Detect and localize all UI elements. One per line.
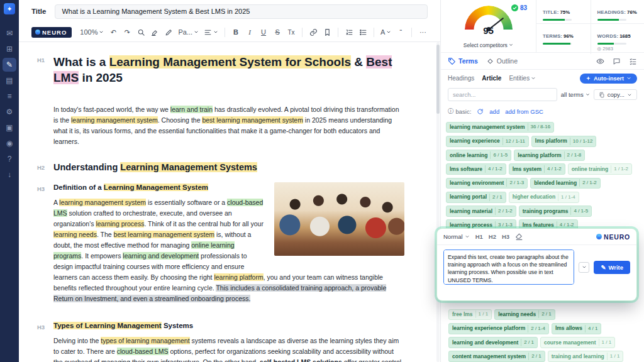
ordered-list-button[interactable] (343, 25, 355, 39)
terms-search-input[interactable] (448, 88, 557, 101)
download-icon[interactable]: ↓ (3, 168, 16, 182)
team-icon[interactable]: ◉ (3, 136, 16, 150)
refresh-icon[interactable] (477, 108, 484, 115)
editor-icon[interactable]: ✎ (3, 58, 16, 72)
content-score-gauge: 95 83 Select competitors (441, 0, 536, 52)
preview-eye-icon[interactable] (596, 57, 604, 65)
h2-format-button[interactable]: H2 (489, 233, 496, 240)
write-options-dropdown[interactable] (579, 262, 589, 273)
article-h3-definition[interactable]: Definition of a Learning Management Syst… (53, 184, 404, 191)
ai-prompt-textarea[interactable]: Expand this text, create two paragraphs … (443, 250, 574, 285)
term-chip[interactable]: learning environment2 / 1-3 (446, 178, 528, 189)
term-chip[interactable]: training programs4 / 1-5 (519, 206, 592, 217)
terms-filter-select[interactable]: all terms (561, 91, 590, 98)
copy-terms-button[interactable]: copy... (594, 89, 637, 100)
check-icon (511, 4, 518, 11)
term-chip[interactable]: blended learning2 / 1-2 (530, 178, 601, 189)
bold-button[interactable]: B (230, 25, 242, 39)
term-chip[interactable]: learning experience12 / 1-11 (446, 136, 529, 147)
article-h3-types[interactable]: Types of Learning Management Systems (53, 322, 404, 329)
strikethrough-button[interactable]: S (271, 25, 284, 39)
checklist-icon[interactable] (629, 57, 637, 65)
bullet-list-button[interactable] (357, 25, 369, 39)
score-header: 95 83 Select competitors TITLE:75%HEADIN… (441, 0, 644, 53)
share-icon[interactable]: ▣ (3, 121, 16, 134)
underline-button[interactable]: U (257, 25, 270, 39)
term-chip[interactable]: content management system2 / 1 (448, 351, 545, 362)
article-paragraph-1[interactable]: In today's fast-paced world, the way we … (53, 104, 404, 147)
text-color-select[interactable]: A (379, 25, 393, 39)
term-chip[interactable]: lms system4 / 1-2 (509, 163, 565, 175)
clear-format-icon[interactable] (515, 233, 523, 241)
term-chip[interactable]: online training1 / 1-2 (568, 163, 632, 175)
term-chip[interactable]: online learning6 / 1-5 (446, 150, 511, 161)
editor-scrollbar[interactable] (436, 42, 440, 362)
h1-format-button[interactable]: H1 (475, 233, 483, 240)
score-stats: TITLE:75%HEADINGS:76%TERMS:96%WORDS:1685… (536, 0, 644, 52)
text-segment: A (53, 199, 59, 206)
term-chip-count: 1 / 1-4 (558, 194, 575, 201)
subtab-entities[interactable]: Entities (509, 74, 536, 82)
highlight-button[interactable] (148, 25, 161, 39)
term-chip[interactable]: learning management system36 / 8-16 (446, 122, 554, 133)
term-chip[interactable]: lms software4 / 1-2 (446, 163, 506, 175)
tab-outline[interactable]: Outline (486, 57, 518, 65)
italic-button[interactable]: I (243, 25, 256, 39)
paragraph-format-select[interactable]: Pa... (176, 25, 201, 39)
comments-icon[interactable] (613, 57, 621, 65)
term-chip[interactable]: learning needs2 / 1 (494, 309, 555, 321)
term-chip[interactable]: training and learning1 / 1 (548, 351, 624, 362)
more-button[interactable]: ··· (416, 25, 429, 39)
format-select[interactable]: Normal (443, 233, 470, 241)
tab-terms[interactable]: Terms (448, 57, 478, 65)
text-segment: Types of Learning Management (53, 322, 162, 329)
align-select[interactable] (202, 25, 220, 39)
chevron-down-icon (626, 75, 631, 81)
link-button[interactable] (307, 25, 319, 39)
neuro-brand-label: NEURO (42, 29, 67, 36)
document-icon[interactable]: ▤ (3, 74, 16, 87)
title-input[interactable] (55, 4, 428, 19)
term-chip[interactable]: learning material2 / 1-2 (446, 206, 516, 217)
redo-button[interactable]: ↷ (121, 25, 133, 39)
term-chip[interactable]: learning experience platform2 / 1-4 (448, 323, 549, 334)
search-button[interactable] (135, 25, 147, 39)
term-chip[interactable]: lms allows4 / 1 (552, 323, 602, 334)
help-icon[interactable]: ? (3, 152, 16, 166)
app-logo[interactable]: ✦ (4, 3, 15, 14)
editor-content[interactable]: H1 What is a Learning Management System … (19, 42, 440, 362)
term-chip[interactable]: learning and development2 / 1 (448, 337, 538, 348)
undo-button[interactable]: ↶ (107, 25, 119, 39)
term-chip[interactable]: course management1 / 1 (540, 337, 615, 348)
h3-format-button[interactable]: H3 (502, 233, 509, 240)
term-chip[interactable]: free lms1 / 1 (448, 309, 492, 321)
settings-icon[interactable]: ⚙ (3, 105, 16, 119)
term-chip[interactable]: learning platform2 / 1-8 (514, 150, 585, 161)
projects-icon[interactable]: ⊞ (3, 42, 16, 56)
blockquote-button[interactable]: “ (394, 25, 407, 39)
zoom-select[interactable]: 100% (78, 25, 106, 39)
chat-icon[interactable]: ✉ (3, 26, 16, 40)
add-term-link[interactable]: add (489, 108, 499, 115)
text-segment: best learning management system (202, 116, 303, 124)
draw-button[interactable] (162, 25, 175, 39)
article-paragraph-3[interactable]: Delving into the types of learning manag… (53, 336, 404, 362)
term-chip-count: 6 / 1-5 (490, 151, 508, 159)
auto-insert-button[interactable]: Auto-insert (580, 74, 637, 84)
tasks-icon[interactable]: ≡ (3, 89, 16, 103)
select-competitors-dropdown[interactable]: Select competitors (441, 42, 536, 48)
subtab-article[interactable]: Article (482, 75, 501, 82)
term-chip[interactable]: learning portal2 / 1 (446, 192, 506, 203)
article-h1[interactable]: What is a Learning Management System for… (53, 55, 404, 85)
article-h2[interactable]: Understanding Learning Management System… (53, 162, 404, 172)
term-chip[interactable]: lms platform10 / 1-12 (531, 136, 597, 147)
clear-format-button[interactable]: Tx (285, 25, 297, 39)
add-from-gsc-link[interactable]: add from GSC (505, 108, 543, 115)
subtab-headings[interactable]: Headings (448, 75, 474, 82)
bookmark-button[interactable] (321, 25, 333, 39)
term-chip[interactable]: higher education1 / 1-4 (509, 192, 579, 203)
main-area: Title NEURO 100%↶↷Pa...BIUSTxA“··· H1 Wh… (19, 0, 440, 362)
left-sidebar: ✦ ✉⊞✎▤≡⚙▣◉?↓ (0, 0, 19, 362)
term-chip-count: 1 / 1 (599, 339, 612, 346)
write-button[interactable]: ✎ Write (594, 261, 630, 274)
